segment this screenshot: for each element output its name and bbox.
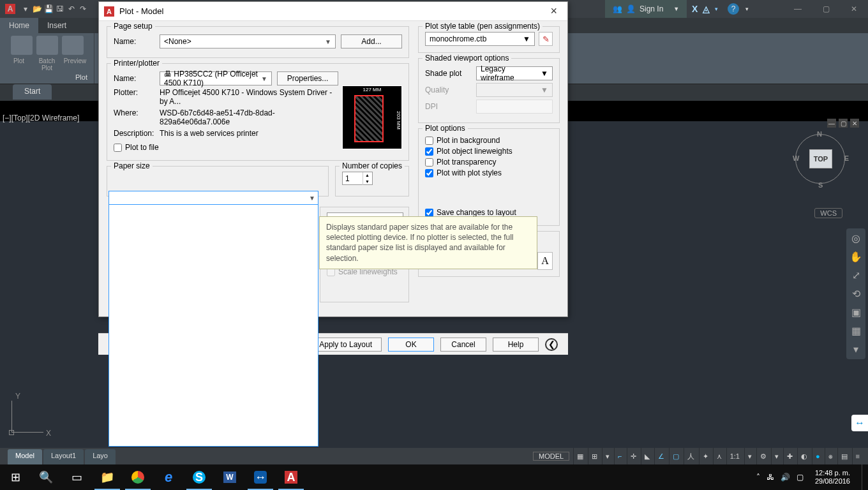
pan-icon[interactable]: ✋ (849, 251, 862, 263)
page-setup-name-select[interactable]: <None> ▼ (160, 34, 336, 48)
gear-icon[interactable]: ⚙ (756, 448, 770, 464)
tray-network-icon[interactable]: 🖧 (767, 473, 774, 482)
close-button[interactable]: ✕ (840, 0, 868, 18)
cancel-button[interactable]: Cancel (440, 338, 486, 352)
save-icon[interactable]: 💾 (43, 4, 54, 14)
spinner-down-icon[interactable]: ▼ (363, 179, 371, 185)
app-icon[interactable]: A (5, 4, 15, 14)
mdi-max-icon[interactable]: ▢ (839, 119, 848, 128)
chrome-icon[interactable] (123, 464, 153, 490)
ie-icon[interactable]: e (153, 464, 184, 490)
properties-button[interactable]: Properties... (277, 71, 338, 85)
shade-plot-select[interactable]: Legacy wireframe▼ (476, 66, 553, 80)
minimize-button[interactable]: — (784, 0, 812, 18)
skype-icon[interactable]: S (184, 464, 214, 490)
layout-tab-layout2[interactable]: Layo (85, 449, 116, 464)
tray-volume-icon[interactable]: 🔊 (781, 473, 790, 482)
chev-icon[interactable]: ▾ (745, 6, 749, 12)
maximize-button[interactable]: ▢ (812, 0, 840, 18)
undo-icon[interactable]: ↶ (66, 4, 77, 14)
search-icon[interactable]: 🔍 (31, 464, 61, 490)
viewport-label[interactable]: [−][Top][2D Wireframe] (3, 114, 79, 122)
tab-insert[interactable]: Insert (38, 18, 75, 33)
polar-icon[interactable]: ✛ (627, 448, 640, 464)
explorer-icon[interactable]: 📁 (92, 464, 123, 490)
nav-more-icon[interactable]: ▦ (851, 325, 861, 337)
chev-icon[interactable]: ▾ (602, 448, 613, 464)
opt-styles-check[interactable] (425, 169, 433, 177)
clean-icon[interactable]: ▤ (837, 448, 851, 464)
iso-icon[interactable]: ⎈ (825, 448, 836, 464)
customize-icon[interactable]: ≡ (852, 448, 863, 464)
chev-icon[interactable]: ▾ (744, 448, 755, 464)
paper-size-dropdown-list[interactable] (108, 204, 318, 447)
opt-lw-check[interactable] (425, 147, 433, 156)
redo-icon[interactable]: ↷ (78, 4, 88, 14)
orbit-icon[interactable]: ⟲ (852, 288, 860, 300)
layout-tab-model[interactable]: Model (8, 449, 42, 464)
transparency-icon[interactable]: ✦ (699, 448, 712, 464)
autocad-icon[interactable]: A (276, 464, 306, 490)
viewcube[interactable]: TOP N S E W (791, 130, 849, 188)
help-icon[interactable]: ? (728, 3, 739, 15)
doc-tab-start[interactable]: Start (13, 84, 52, 100)
signin-panel[interactable]: 👥 👤 Sign In ▼ (605, 0, 687, 18)
help-button[interactable]: Help (493, 338, 539, 352)
add-button[interactable]: Add... (341, 34, 402, 48)
taskview-icon[interactable]: ▭ (61, 464, 92, 490)
new-icon[interactable]: ▾ (20, 4, 31, 14)
plot-icon[interactable] (11, 36, 33, 55)
status-model[interactable]: MODEL (533, 452, 569, 461)
start-button[interactable]: ⊞ (0, 464, 31, 490)
plot-to-file-check[interactable] (114, 144, 122, 152)
viewcube-e[interactable]: E (844, 154, 849, 162)
collapse-button[interactable]: ❮ (545, 338, 558, 351)
tray-lang-icon[interactable]: ▢ (797, 473, 804, 482)
dialog-close-button[interactable]: × (545, 4, 562, 18)
viewcube-top[interactable]: TOP (809, 149, 832, 168)
ok-button[interactable]: OK (388, 338, 434, 352)
preview-icon[interactable] (62, 36, 84, 55)
teamviewer-badge[interactable]: ↔ (851, 415, 868, 431)
3dosnap-icon[interactable]: ▢ (669, 448, 682, 464)
isoplane-icon[interactable]: ◣ (641, 448, 653, 464)
paper-size-select[interactable]: ▼ (108, 191, 318, 205)
open-icon[interactable]: 📂 (32, 4, 42, 14)
tray-chevron-icon[interactable]: ˄ (756, 473, 760, 482)
tab-home[interactable]: Home (0, 18, 38, 33)
saveas-icon[interactable]: 🖫 (55, 4, 65, 14)
apply-to-layout-button[interactable]: Apply to Layout (310, 338, 382, 352)
mdi-min-icon[interactable]: — (827, 119, 836, 128)
plot-style-select[interactable]: monochrome.ctb▼ (425, 32, 535, 46)
showmotion-icon[interactable]: ▣ (851, 306, 861, 318)
grid-icon[interactable]: ▦ (573, 448, 587, 464)
chev-icon[interactable]: ▾ (715, 6, 718, 12)
spinner-up-icon[interactable]: ▲ (363, 172, 371, 179)
show-desktop-button[interactable] (862, 464, 865, 490)
qp-icon[interactable]: ◐ (797, 448, 811, 464)
lwt-icon[interactable]: 人 (684, 448, 698, 464)
chev-icon[interactable]: ▾ (771, 448, 782, 464)
viewcube-n[interactable]: N (817, 130, 822, 138)
osnap-icon[interactable]: ∠ (654, 448, 668, 464)
word-icon[interactable]: W (214, 464, 245, 490)
viewcube-w[interactable]: W (793, 154, 799, 162)
mdi-close-icon[interactable]: ✕ (850, 119, 859, 128)
printer-name-select[interactable]: 🖶 HP385CC2 (HP Officejet 4500 K710) ▼ (160, 71, 272, 85)
exchange-x-icon[interactable]: X (692, 4, 698, 14)
nav-chev-icon[interactable]: ▾ (853, 343, 858, 355)
layout-tab-layout1[interactable]: Layout1 (43, 449, 84, 464)
opt-bg-check[interactable] (425, 137, 433, 145)
clock[interactable]: 12:48 p. m. 29/08/2016 (810, 469, 855, 486)
wcs-badge[interactable]: WCS (814, 208, 842, 218)
opt-save-check[interactable] (425, 209, 433, 217)
snap-icon[interactable]: ⊞ (588, 448, 601, 464)
teamviewer-icon[interactable]: ↔ (245, 464, 276, 490)
edit-plot-style-button[interactable]: ✎ (539, 32, 553, 46)
sc-icon[interactable]: ⋏ (713, 448, 725, 464)
copies-spinner[interactable]: 1 ▲▼ (342, 172, 373, 185)
zoom-extents-icon[interactable]: ⤢ (852, 269, 860, 281)
hw-icon[interactable]: ● (812, 448, 823, 464)
viewcube-s[interactable]: S (818, 181, 823, 189)
exchange-a-icon[interactable]: ◬ (703, 4, 710, 14)
